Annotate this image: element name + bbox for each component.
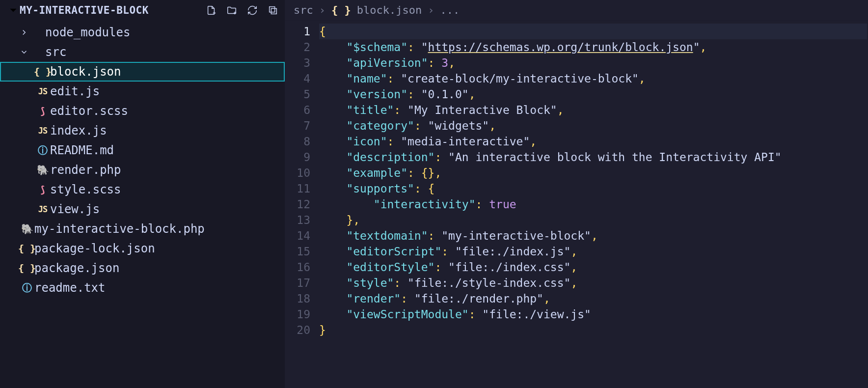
- file-label: node_modules: [45, 26, 130, 39]
- file-type-icon: { }: [35, 66, 50, 78]
- code-view[interactable]: 1234567891011121314151617181920 { "$sche…: [285, 21, 868, 388]
- file-label: render.php: [50, 163, 121, 177]
- explorer-title: MY-INTERACTIVE-BLOCK: [20, 4, 204, 16]
- line-number: 15: [285, 244, 310, 259]
- file-row[interactable]: ⓘREADME.md: [0, 140, 285, 160]
- file-type-icon: 🐘: [35, 164, 50, 176]
- breadcrumb-separator: ›: [428, 4, 434, 16]
- line-number: 6: [285, 102, 310, 118]
- file-row[interactable]: ⟆style.scss: [0, 180, 285, 199]
- file-label: package.json: [34, 261, 119, 275]
- explorer-header: MY-INTERACTIVE-BLOCK: [0, 0, 285, 21]
- line-number: 13: [285, 212, 310, 228]
- line-number: 3: [285, 55, 310, 71]
- file-type-icon: ⓘ: [20, 281, 34, 295]
- new-file-icon[interactable]: [204, 3, 218, 17]
- chevron-down-icon[interactable]: [7, 4, 20, 17]
- file-type-icon: JS: [35, 86, 50, 96]
- code-line[interactable]: "description": "An interactive block wit…: [319, 149, 868, 165]
- file-label: my-interactive-block.php: [34, 222, 205, 236]
- file-type-icon: 🐘: [20, 223, 34, 235]
- file-type-icon: { }: [20, 243, 34, 254]
- breadcrumb-segment[interactable]: src: [294, 4, 313, 16]
- code-line[interactable]: "example": {},: [319, 165, 868, 181]
- code-line[interactable]: "title": "My Interactive Block",: [319, 102, 868, 118]
- file-label: src: [45, 45, 66, 59]
- line-number: 19: [285, 306, 310, 322]
- file-tree: node_modulessrc{ }block.jsonJSedit.js⟆ed…: [0, 21, 285, 298]
- code-line[interactable]: "category": "widgets",: [319, 118, 868, 134]
- file-type-icon: ⟆: [35, 184, 50, 195]
- code-line[interactable]: "icon": "media-interactive",: [319, 134, 868, 149]
- editor-pane: src › { } block.json › ... 1234567891011…: [285, 0, 868, 388]
- svg-rect-5: [271, 8, 276, 14]
- file-row[interactable]: ⟆editor.scss: [0, 101, 285, 121]
- collapse-all-icon[interactable]: [266, 3, 280, 17]
- line-number-gutter: 1234567891011121314151617181920: [285, 21, 319, 388]
- refresh-icon[interactable]: [245, 3, 259, 17]
- line-number: 16: [285, 259, 310, 275]
- code-line[interactable]: }: [319, 322, 868, 338]
- folder-row[interactable]: node_modules: [0, 23, 285, 42]
- code-line[interactable]: {: [319, 24, 867, 39]
- line-number: 9: [285, 149, 310, 165]
- breadcrumb-segment[interactable]: block.json: [357, 4, 422, 16]
- chevron-down-icon[interactable]: [18, 48, 30, 56]
- line-number: 8: [285, 134, 310, 149]
- line-number: 7: [285, 118, 310, 134]
- file-type-icon: ⓘ: [35, 144, 50, 157]
- file-label: readme.txt: [34, 281, 106, 295]
- file-row[interactable]: ⓘreadme.txt: [0, 278, 285, 298]
- breadcrumb-more[interactable]: ...: [440, 4, 460, 16]
- code-line[interactable]: "textdomain": "my-interactive-block",: [319, 228, 868, 244]
- code-line[interactable]: "viewScriptModule": "file:./view.js": [319, 306, 868, 322]
- file-row[interactable]: { }package.json: [0, 258, 285, 278]
- folder-row[interactable]: src: [0, 42, 285, 62]
- code-line[interactable]: },: [319, 212, 868, 228]
- code-lines[interactable]: { "$schema": "https://schemas.wp.org/tru…: [319, 21, 868, 388]
- code-line[interactable]: "interactivity": true: [319, 196, 868, 212]
- code-line[interactable]: "supports": {: [319, 181, 868, 196]
- explorer-sidebar: MY-INTERACTIVE-BLOCK node_modulessrc{ }b…: [0, 0, 285, 388]
- file-label: style.scss: [50, 183, 121, 196]
- line-number: 4: [285, 71, 310, 86]
- line-number: 2: [285, 39, 310, 55]
- file-type-icon: JS: [35, 204, 50, 214]
- line-number: 17: [285, 275, 310, 291]
- code-line[interactable]: "style": "file:./style-index.css",: [319, 275, 868, 291]
- file-label: view.js: [50, 202, 100, 216]
- file-label: editor.scss: [50, 104, 128, 118]
- breadcrumb[interactable]: src › { } block.json › ...: [285, 0, 868, 21]
- svg-rect-4: [270, 7, 275, 12]
- code-line[interactable]: "editorStyle": "file:./index.css",: [319, 259, 868, 275]
- file-row[interactable]: JSview.js: [0, 199, 285, 219]
- line-number: 18: [285, 291, 310, 306]
- json-icon: { }: [331, 4, 351, 16]
- file-row[interactable]: { }package-lock.json: [0, 239, 285, 258]
- file-label: block.json: [50, 65, 121, 79]
- file-row[interactable]: 🐘render.php: [0, 160, 285, 180]
- file-row[interactable]: { }block.json: [0, 62, 285, 82]
- file-label: README.md: [50, 143, 114, 157]
- line-number: 5: [285, 86, 310, 102]
- code-line[interactable]: "name": "create-block/my-interactive-blo…: [319, 71, 868, 86]
- file-row[interactable]: JSindex.js: [0, 121, 285, 140]
- code-line[interactable]: "render": "file:./render.php",: [319, 291, 868, 306]
- chevron-right-icon[interactable]: [18, 28, 30, 37]
- file-row[interactable]: 🐘my-interactive-block.php: [0, 219, 285, 239]
- file-type-icon: { }: [20, 262, 34, 274]
- line-number: 1: [285, 24, 310, 39]
- file-type-icon: JS: [35, 126, 50, 136]
- line-number: 14: [285, 228, 310, 244]
- code-line[interactable]: "apiVersion": 3,: [319, 55, 868, 71]
- code-line[interactable]: "$schema": "https://schemas.wp.org/trunk…: [319, 39, 868, 55]
- line-number: 12: [285, 196, 310, 212]
- file-label: edit.js: [50, 84, 100, 98]
- breadcrumb-separator: ›: [319, 4, 326, 16]
- file-row[interactable]: JSedit.js: [0, 82, 285, 101]
- code-line[interactable]: "version": "0.1.0",: [319, 86, 868, 102]
- new-folder-icon[interactable]: [225, 3, 239, 17]
- line-number: 10: [285, 165, 310, 181]
- code-line[interactable]: "editorScript": "file:./index.js",: [319, 244, 868, 259]
- file-label: index.js: [50, 124, 107, 138]
